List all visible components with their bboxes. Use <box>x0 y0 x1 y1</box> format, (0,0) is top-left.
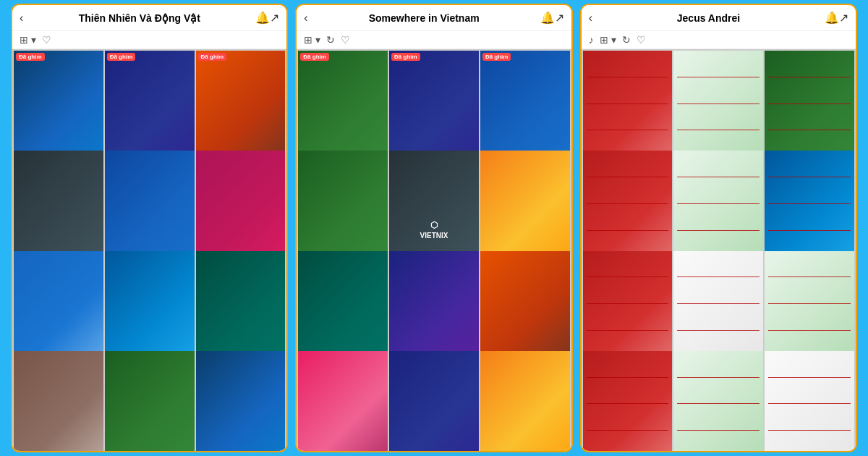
panel-2-header: ‹Somewhere in Vietnam🔔↗ <box>297 5 571 31</box>
music-icon[interactable]: ♪ <box>589 34 594 46</box>
filter-icon[interactable]: ⊞ ▾ <box>20 34 36 46</box>
panel-3-header: ‹Jecus Andrei🔔↗ <box>582 5 856 31</box>
panel-3-grid: ▷ 151,7 N▷ 147,6 N▷ 176 N▷ 458 N▷ 298,3 … <box>582 49 856 451</box>
video-thumb[interactable]: ▷ 4,8 Tr <box>673 351 763 451</box>
panel-1-toolbar: ⊞ ▾♡ <box>12 31 286 49</box>
video-thumb[interactable]: ▷ 519,3 N <box>389 351 479 451</box>
panels-container: ‹Thiên Nhiên Và Động Vật🔔↗⊞ ▾♡Đã ghimCÁ … <box>7 4 861 452</box>
filter-icon[interactable]: ⊞ ▾ <box>304 34 320 46</box>
panel-3-title: Jecus Andrei <box>592 12 825 24</box>
panel-1-title: Thiên Nhiên Và Động Vật <box>23 12 255 24</box>
bell-icon[interactable]: 🔔 <box>540 11 555 25</box>
video-thumb[interactable]: ▷ 281,3 N <box>298 351 388 451</box>
share-icon[interactable]: ↗ <box>270 11 279 25</box>
video-thumb[interactable]: CUỘC CHIẾN SĂN MỒI▷ 25,8 N <box>14 351 103 451</box>
heart-icon[interactable]: ♡ <box>637 34 646 46</box>
pinned-badge: Đã ghim <box>300 53 329 61</box>
heart-icon[interactable]: ♡ <box>42 34 51 46</box>
string-lines-decoration <box>765 351 854 451</box>
heart-icon[interactable]: ♡ <box>341 34 350 46</box>
pinned-badge: Đã ghim <box>16 53 45 61</box>
share-icon[interactable]: ↗ <box>839 11 848 25</box>
panel-1-grid: Đã ghimCÁ VOI LƯNG GÙSỰ KHÁC NGHIỆT CỦA … <box>12 49 286 451</box>
string-lines-decoration <box>583 351 673 451</box>
panel-3: ‹Jecus Andrei🔔↗♪⊞ ▾↻♡▷ 151,7 N▷ 147,6 N▷… <box>580 4 857 452</box>
pinned-badge: Đã ghim <box>482 53 511 61</box>
repost-icon[interactable]: ↻ <box>326 34 335 46</box>
string-lines-decoration <box>673 351 763 451</box>
share-icon[interactable]: ↗ <box>555 11 564 25</box>
filter-icon[interactable]: ⊞ ▾ <box>600 34 616 46</box>
pinned-badge: Đã ghim <box>391 53 420 61</box>
video-thumb[interactable]: ▷ 1,4 Tr <box>583 351 673 451</box>
panel-1-header: ‹Thiên Nhiên Và Động Vật🔔↗ <box>12 5 286 31</box>
pinned-badge: Đã ghim <box>198 53 227 61</box>
bell-icon[interactable]: 🔔 <box>825 11 839 25</box>
pinned-badge: Đã ghim <box>107 53 136 61</box>
panel-2-toolbar: ⊞ ▾↻♡ <box>297 31 571 49</box>
vietnix-logo: ⬡VIETNIX <box>420 220 448 240</box>
video-thumb[interactable]: ▷ 24,8 N <box>480 351 570 451</box>
repost-icon[interactable]: ↻ <box>622 34 631 46</box>
video-thumb[interactable]: ▷ 13,3 N <box>196 351 286 451</box>
panel-1: ‹Thiên Nhiên Và Động Vật🔔↗⊞ ▾♡Đã ghimCÁ … <box>11 4 288 452</box>
panel-2: ‹Somewhere in Vietnam🔔↗⊞ ▾↻♡Đã ghim▷ 3,2… <box>295 4 572 452</box>
bell-icon[interactable]: 🔔 <box>255 11 270 25</box>
video-thumb[interactable]: ▷ 1,1 Tr <box>765 351 854 451</box>
panel-2-title: Somewhere in Vietnam <box>308 12 540 24</box>
panel-3-toolbar: ♪⊞ ▾↻♡ <box>582 31 856 49</box>
panel-2-grid: Đã ghim▷ 3,2 TrĐã ghim▷ 2 TrĐã ghim▷ 1,6… <box>297 49 571 451</box>
video-thumb[interactable]: ▷ 53,6 N <box>105 351 195 451</box>
